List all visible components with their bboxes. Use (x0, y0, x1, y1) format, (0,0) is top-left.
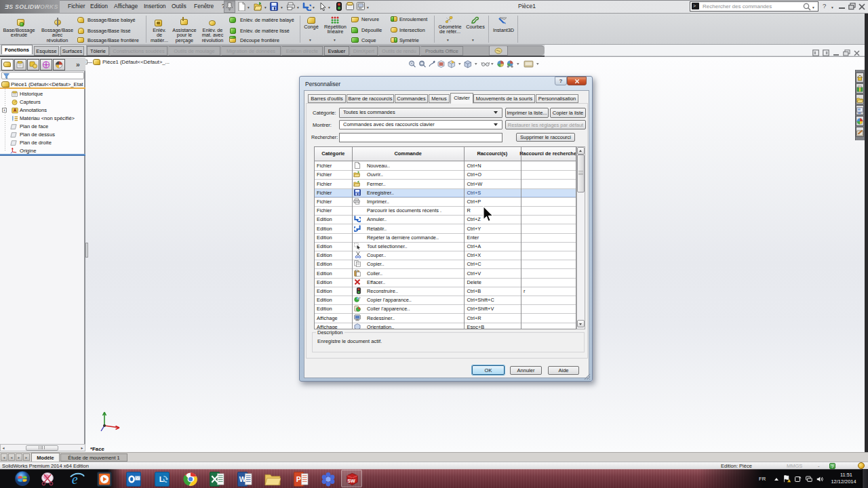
svg-text:SW: SW (347, 479, 355, 484)
svg-text:A: A (14, 108, 17, 113)
svg-text:!: ! (788, 480, 789, 483)
svg-text:L: L (159, 475, 164, 483)
svg-text:W: W (239, 475, 246, 483)
svg-text:P: P (296, 475, 301, 483)
